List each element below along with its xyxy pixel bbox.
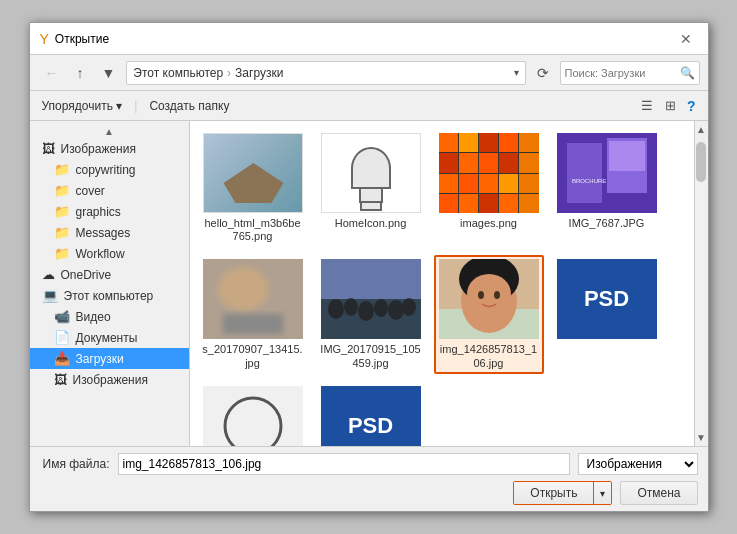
downloads-icon: 📥 [54, 351, 70, 366]
file-item-blurred[interactable]: s_20170907_13415.jpg [198, 255, 308, 373]
file-item-person[interactable]: img_1426857813_106.jpg [434, 255, 544, 373]
sidebar-item-video[interactable]: 📹 Видео [30, 306, 189, 327]
svg-point-15 [388, 300, 404, 320]
sidebar-label-workflow: Workflow [76, 247, 125, 261]
filename-input[interactable] [118, 453, 570, 475]
svg-rect-9 [321, 259, 421, 299]
svg-point-16 [402, 298, 416, 316]
folder-icon: 📁 [54, 162, 70, 177]
sidebar-item-messages[interactable]: 📁 Messages [30, 222, 189, 243]
svg-text:BROCHURE: BROCHURE [572, 178, 606, 184]
title-bar: Y Открытие ✕ [30, 23, 708, 55]
up-button[interactable]: ↑ [70, 62, 91, 84]
location-dropdown-button[interactable]: ▼ [95, 62, 123, 84]
sidebar-scroll-up[interactable]: ▲ [30, 125, 189, 138]
filetype-dropdown[interactable]: Изображения [578, 453, 698, 475]
thumb-psd2: PSD [321, 386, 421, 446]
sidebar-item-onedrive[interactable]: ☁ OneDrive [30, 264, 189, 285]
images2-icon: 🖼 [54, 372, 67, 387]
sidebar-item-cover[interactable]: 📁 cover [30, 180, 189, 201]
file-name-person: img_1426857813_106.jpg [438, 343, 540, 369]
filename-label: Имя файла: [40, 457, 110, 471]
help-button[interactable]: ? [683, 95, 700, 116]
scroll-up-arrow[interactable]: ▲ [693, 121, 707, 138]
thumb-icons [439, 133, 539, 213]
file-grid: hello_html_m3b6be765.png HomeIcon.png [198, 129, 686, 446]
thumb-brochure: BROCHURE [557, 133, 657, 213]
action-row: Открыть ▾ Отмена [40, 481, 698, 505]
organize-button[interactable]: Упорядочить ▾ [38, 97, 127, 115]
cancel-button[interactable]: Отмена [620, 481, 697, 505]
grid-view-button[interactable]: ⊞ [660, 95, 681, 116]
svg-rect-3 [609, 141, 645, 171]
psd-thumb: PSD [557, 259, 657, 339]
close-button[interactable]: ✕ [674, 29, 698, 49]
toolbar: ← ↑ ▼ Этот компьютер › Загрузки ▾ ⟳ 🔍 [30, 55, 708, 91]
svg-point-14 [374, 299, 388, 317]
sidebar-label-onedrive: OneDrive [61, 268, 112, 282]
filename-row: Имя файла: Изображения [40, 453, 698, 475]
search-icon[interactable]: 🔍 [680, 66, 695, 80]
computer-icon: 💻 [42, 288, 58, 303]
file-item-icons[interactable]: images.png [434, 129, 544, 247]
file-item-brochure[interactable]: BROCHURE IMG_7687.JPG [552, 129, 662, 247]
file-name-brochure: IMG_7687.JPG [569, 217, 645, 230]
title-left: Y Открытие [40, 31, 110, 47]
video-icon: 📹 [54, 309, 70, 324]
file-item-map[interactable]: hello_html_m3b6be765.png [198, 129, 308, 247]
action-bar: Упорядочить ▾ | Создать папку ☰ ⊞ ? [30, 91, 708, 121]
svg-point-23 [494, 291, 500, 299]
view-buttons: ☰ ⊞ ? [636, 95, 700, 116]
search-input[interactable] [565, 67, 680, 79]
file-name-bulb: HomeIcon.png [335, 217, 407, 230]
sidebar-label-documents: Документы [76, 331, 138, 345]
back-button[interactable]: ← [38, 62, 66, 84]
file-item-crowd[interactable]: IMG_20170915_105459.jpg [316, 255, 426, 373]
sidebar-item-copywriting[interactable]: 📁 copywriting [30, 159, 189, 180]
file-name-blurred: s_20170907_13415.jpg [202, 343, 304, 369]
sidebar-item-images2[interactable]: 🖼 Изображения [30, 369, 189, 390]
svg-rect-24 [203, 386, 303, 446]
sidebar-item-images[interactable]: 🖼 Изображения [30, 138, 189, 159]
sidebar-label-graphics: graphics [76, 205, 121, 219]
app-icon: Y [40, 31, 49, 47]
sidebar-item-graphics[interactable]: 📁 graphics [30, 201, 189, 222]
dialog-title: Открытие [55, 32, 109, 46]
scroll-thumb[interactable] [696, 142, 706, 182]
sidebar-label-downloads: Загрузки [76, 352, 124, 366]
svg-rect-7 [223, 314, 283, 334]
file-item-psd1[interactable]: PSD [552, 255, 662, 373]
folder-icon: 📁 [54, 246, 70, 261]
svg-point-12 [344, 298, 358, 316]
breadcrumb-root[interactable]: Этот компьютер [133, 66, 223, 80]
folder-icon: 📁 [54, 225, 70, 240]
file-item-psd2[interactable]: PSD [316, 382, 426, 446]
refresh-button[interactable]: ⟳ [530, 62, 556, 84]
sidebar-item-thispc[interactable]: 💻 Этот компьютер [30, 285, 189, 306]
svg-point-21 [467, 274, 511, 314]
thumb-blurred [203, 259, 303, 339]
breadcrumb: Этот компьютер › Загрузки ▾ [126, 61, 525, 85]
sidebar-label-cover: cover [76, 184, 105, 198]
sidebar-item-workflow[interactable]: 📁 Workflow [30, 243, 189, 264]
svg-rect-1 [567, 143, 602, 203]
separator: | [134, 99, 137, 113]
svg-point-6 [218, 267, 268, 311]
svg-point-13 [358, 301, 374, 321]
sidebar-item-downloads[interactable]: 📥 Загрузки [30, 348, 189, 369]
breadcrumb-current[interactable]: Загрузки [235, 66, 283, 80]
file-name-icons: images.png [460, 217, 517, 230]
sidebar-item-documents[interactable]: 📄 Документы [30, 327, 189, 348]
bottom-bar: Имя файла: Изображения Открыть ▾ Отмена [30, 446, 708, 511]
sidebar-label-copywriting: copywriting [76, 163, 136, 177]
file-item-circle[interactable] [198, 382, 308, 446]
open-dropdown-button[interactable]: ▾ [593, 482, 611, 504]
open-button[interactable]: Открыть [514, 482, 593, 504]
breadcrumb-dropdown-button[interactable]: ▾ [514, 67, 519, 78]
create-folder-button[interactable]: Создать папку [145, 97, 233, 115]
scrollbar: ▲ ▼ [694, 121, 708, 446]
file-item-bulb[interactable]: HomeIcon.png [316, 129, 426, 247]
file-name-crowd: IMG_20170915_105459.jpg [320, 343, 422, 369]
list-view-button[interactable]: ☰ [636, 95, 658, 116]
scroll-down-arrow[interactable]: ▼ [693, 429, 707, 446]
